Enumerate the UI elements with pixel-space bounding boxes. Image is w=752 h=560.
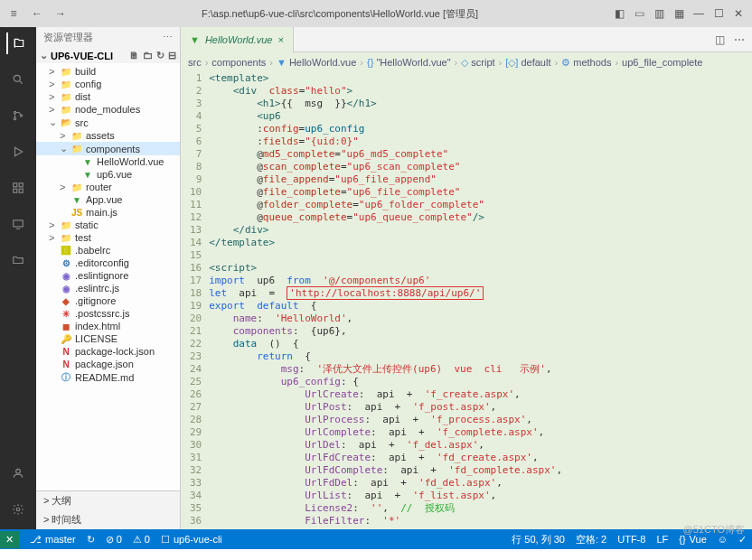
panel-icon[interactable]: ▭ <box>633 7 645 20</box>
breadcrumb-item[interactable]: ⚙ methods <box>561 57 611 69</box>
breadcrumb-item[interactable]: ▼ HelloWorld.vue <box>277 57 356 68</box>
project-root[interactable]: ⌄UP6-VUE-CLI 🗎 🗀 ↻ ⊟ <box>36 48 180 63</box>
titlebar: ≡ ← → F:\asp.net\up6-vue-cli\src\compone… <box>0 0 752 27</box>
svg-rect-5 <box>19 183 23 187</box>
breadcrumb-item[interactable]: components <box>212 57 266 68</box>
tree-item-app-vue[interactable]: ▼App.vue <box>36 193 180 206</box>
warnings[interactable]: ⚠ 0 <box>133 534 150 546</box>
port[interactable]: ☐ up6-vue-cli <box>161 534 222 546</box>
refresh-icon[interactable]: ↻ <box>156 50 164 61</box>
svg-point-1 <box>14 111 15 113</box>
tree-item--gitignore[interactable]: ◆.gitignore <box>36 294 180 307</box>
tree-item-package-json[interactable]: Npackage.json <box>36 358 180 370</box>
window-title: F:\asp.net\up6-vue-cli\src\components\He… <box>67 7 613 21</box>
layout-icon[interactable]: ◧ <box>613 7 625 20</box>
svg-point-10 <box>16 508 20 511</box>
breadcrumb-item[interactable]: src <box>188 57 202 68</box>
breadcrumb-item[interactable]: [◇] default <box>505 57 550 69</box>
account-icon[interactable] <box>7 462 29 484</box>
grid-icon[interactable]: ▦ <box>672 7 685 20</box>
tree-item-readme-md[interactable]: ⓘREADME.md <box>36 370 180 385</box>
svg-rect-7 <box>19 189 23 192</box>
layout2-icon[interactable]: ▥ <box>653 7 665 20</box>
tree-item-helloworld-vue[interactable]: ▼HelloWorld.vue <box>36 155 180 168</box>
activitybar <box>0 27 36 529</box>
tree-item-src[interactable]: ⌄📂src <box>36 116 180 129</box>
maximize-icon[interactable]: ☐ <box>712 7 725 20</box>
svg-rect-6 <box>14 189 17 192</box>
cursor-pos[interactable]: 行 50, 列 30 <box>512 533 565 546</box>
encoding[interactable]: UTF-8 <box>617 533 645 546</box>
split-icon[interactable]: ◫ <box>715 33 725 46</box>
remote-icon[interactable] <box>7 213 29 235</box>
branch[interactable]: ⎇ master <box>30 534 76 546</box>
breadcrumb-item[interactable]: ◇ script <box>461 57 494 69</box>
code-editor[interactable]: 1234567891011121314151617181920212223242… <box>181 72 752 529</box>
sync[interactable]: ↻ <box>87 534 95 546</box>
breadcrumb-item[interactable]: up6_file_complete <box>622 57 702 68</box>
breadcrumb-item[interactable]: {} "HelloWorld.vue" <box>367 57 451 68</box>
tree-item-license[interactable]: 🔑LICENSE <box>36 332 180 345</box>
tree-item-assets[interactable]: >📁assets <box>36 129 180 142</box>
app-menu-icon[interactable]: ≡ <box>7 7 20 20</box>
svg-point-0 <box>14 75 20 81</box>
tree-item-components[interactable]: ⌄📁components <box>36 142 180 155</box>
vue-icon: ▼ <box>190 34 200 45</box>
back-icon[interactable]: ← <box>31 7 43 20</box>
svg-point-3 <box>20 115 22 117</box>
explorer-icon[interactable] <box>6 33 28 54</box>
spaces[interactable]: 空格: 2 <box>576 533 606 546</box>
run-debug-icon[interactable] <box>7 141 29 163</box>
svg-rect-8 <box>14 220 24 227</box>
tree-item--eslintrc-js[interactable]: ◉.eslintrc.js <box>36 282 180 294</box>
tree-item-up6-vue[interactable]: ▼up6.vue <box>36 168 180 181</box>
tab-helloworld[interactable]: ▼ HelloWorld.vue × <box>181 27 294 52</box>
svg-point-2 <box>14 117 15 119</box>
sidebar-title: 资源管理器 <box>43 31 93 44</box>
tree-item--postcssrc-js[interactable]: ✳.postcssrc.js <box>36 307 180 320</box>
new-folder-icon[interactable]: 🗀 <box>143 50 153 61</box>
tree-item-index-html[interactable]: ◼index.html <box>36 320 180 332</box>
tab-close-icon[interactable]: × <box>277 34 283 45</box>
more-icon[interactable]: ⋯ <box>163 32 173 43</box>
tabbar: ▼ HelloWorld.vue × ◫ ⋯ <box>181 27 752 52</box>
tree-item--editorconfig[interactable]: ⚙.editorconfig <box>36 257 180 269</box>
tree-item-package-lock-json[interactable]: Npackage-lock.json <box>36 345 180 358</box>
close-icon[interactable]: ✕ <box>732 7 745 20</box>
tree-item-router[interactable]: >📁router <box>36 181 180 193</box>
minimize-icon[interactable]: — <box>692 7 705 20</box>
watermark: @51CTO博客 <box>683 523 745 537</box>
statusbar: ✕ ⎇ master ↻ ⊘ 0 ⚠ 0 ☐ up6-vue-cli 行 50,… <box>0 529 752 549</box>
more-tab-icon[interactable]: ⋯ <box>734 33 745 46</box>
file-tree: >📁build>📁config>📁dist>📁node_modules⌄📂src… <box>36 63 180 490</box>
source-control-icon[interactable] <box>7 105 29 126</box>
tree-item-static[interactable]: >📁static <box>36 219 180 231</box>
eol[interactable]: LF <box>656 533 668 546</box>
remote-status[interactable]: ✕ <box>0 531 19 548</box>
tree-item-test[interactable]: >📁test <box>36 231 180 244</box>
collapse-icon[interactable]: ⊟ <box>168 50 176 61</box>
sidebar: 资源管理器 ⋯ ⌄UP6-VUE-CLI 🗎 🗀 ↻ ⊟ >📁build>📁co… <box>36 27 181 529</box>
tree-item-config[interactable]: >📁config <box>36 78 180 90</box>
tree-item-dist[interactable]: >📁dist <box>36 90 180 103</box>
editor: ▼ HelloWorld.vue × ◫ ⋯ src›components›▼ … <box>181 27 752 529</box>
tree-item-build[interactable]: >📁build <box>36 65 180 78</box>
folder-open-icon[interactable] <box>7 249 29 271</box>
timeline-section[interactable]: > 时间线 <box>36 510 180 529</box>
forward-icon[interactable]: → <box>54 7 67 20</box>
tree-item-main-js[interactable]: JSmain.js <box>36 206 180 219</box>
tree-item--eslintignore[interactable]: ◉.eslintignore <box>36 269 180 282</box>
tree-item--babelrc[interactable]: 🅱.babelrc <box>36 244 180 257</box>
extensions-icon[interactable] <box>7 177 29 199</box>
breadcrumb[interactable]: src›components›▼ HelloWorld.vue›{} "Hell… <box>181 52 752 72</box>
errors[interactable]: ⊘ 0 <box>106 534 122 546</box>
new-file-icon[interactable]: 🗎 <box>129 50 139 61</box>
svg-rect-4 <box>14 183 17 187</box>
settings-icon[interactable] <box>7 499 29 520</box>
tree-item-node-modules[interactable]: >📁node_modules <box>36 103 180 116</box>
outline-section[interactable]: > 大纲 <box>36 491 180 510</box>
svg-point-9 <box>16 469 21 473</box>
search-icon[interactable] <box>7 69 29 90</box>
